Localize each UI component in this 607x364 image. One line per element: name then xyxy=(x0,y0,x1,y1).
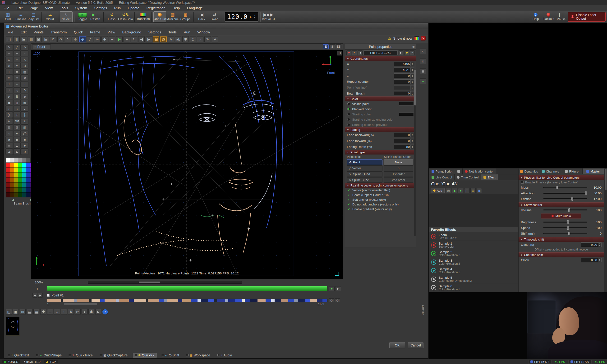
palette-color[interactable] xyxy=(22,187,26,193)
spinner-arrows[interactable]: ▲▼ xyxy=(410,86,414,90)
palette-color[interactable] xyxy=(6,172,10,178)
undo-tool[interactable]: ↺ xyxy=(21,149,28,155)
palette-color[interactable] xyxy=(22,182,26,187)
bpm-spinner[interactable]: ▲▼ xyxy=(254,15,256,19)
beam-repeat-count-10-checkbox[interactable]: ✔Beam (Repeat Count * 10) xyxy=(345,193,416,197)
virtual-lj-button[interactable]: ▶▶▶Virtual LJ xyxy=(262,11,275,22)
palette-color[interactable] xyxy=(18,193,22,197)
palette-color[interactable] xyxy=(6,157,10,163)
starting-color-option[interactable]: Starting color xyxy=(345,112,416,117)
timeline-button[interactable]: ≡Timeline xyxy=(14,11,27,22)
groups-button[interactable]: ▣Groups xyxy=(179,11,192,22)
spinner-arrows[interactable]: ▲▼ xyxy=(410,68,414,72)
big-circle-tool[interactable]: ◯ xyxy=(21,130,28,136)
cross2-tool[interactable]: ╳ xyxy=(5,112,13,118)
lock-icon[interactable]: ✱ xyxy=(88,309,94,315)
order-1st-order[interactable]: 1st order xyxy=(384,171,413,177)
palette-color[interactable] xyxy=(22,168,26,172)
down-icon[interactable]: ▼ xyxy=(458,188,463,193)
slider-thumb[interactable] xyxy=(568,232,570,235)
point-color-strip[interactable] xyxy=(47,299,328,302)
slider-thumb[interactable] xyxy=(567,226,569,230)
playlist-button[interactable]: ▤Play List xyxy=(27,11,40,22)
afe-menu-points[interactable]: Points xyxy=(30,29,47,35)
disable-laser-output-button[interactable]: ✱ Disable Laser Output xyxy=(568,12,606,22)
cue-time-shift-section-header[interactable]: ▼Cue time shift xyxy=(519,252,604,257)
master-panel-scrollbar[interactable] xyxy=(604,168,607,292)
palette-color[interactable] xyxy=(22,163,26,168)
open-icon[interactable]: ◫ xyxy=(13,36,20,42)
speed-slider[interactable] xyxy=(543,227,587,228)
palette-color[interactable] xyxy=(6,168,10,172)
palette-color[interactable] xyxy=(18,187,22,193)
tab-quickcapture[interactable]: ▣QuickCapture xyxy=(98,353,130,358)
fill-tool[interactable]: ▤ xyxy=(21,69,28,75)
insert-point-icon[interactable]: ✚ xyxy=(404,51,409,55)
palette-color[interactable] xyxy=(6,178,10,182)
arrow-se-tool[interactable]: ↘ xyxy=(13,88,21,93)
palette-color[interactable] xyxy=(14,168,18,172)
vector-vector-oriented-flag-checkbox[interactable]: ✔Vector (vector oriented flag) xyxy=(345,188,416,193)
tab-quicktext[interactable]: TQuickText xyxy=(6,353,31,358)
palette-color[interactable] xyxy=(10,163,14,168)
x-field[interactable]: 5195▲▼ xyxy=(394,62,414,66)
drawing-area[interactable]: D xyxy=(31,50,343,279)
fading-depth-field[interactable]: 80▲▼ xyxy=(394,144,414,149)
star-tool[interactable]: ✶ xyxy=(13,63,21,68)
tab-master[interactable]: Master xyxy=(582,169,604,174)
z-field[interactable]: 0▲▼ xyxy=(394,74,414,78)
ellipse-tool[interactable]: ○ xyxy=(13,57,21,62)
menu-settings[interactable]: Settings xyxy=(91,5,110,11)
point-mode-icon[interactable]: ⊙ xyxy=(79,36,86,42)
menu-file[interactable]: File xyxy=(0,5,13,11)
palette-color[interactable] xyxy=(26,163,30,168)
menu-help[interactable]: Help xyxy=(169,5,184,11)
tab-checkbox[interactable] xyxy=(69,354,71,356)
add-icon[interactable]: ✚ xyxy=(40,309,46,315)
grid-minus-tool[interactable]: ⊟ xyxy=(13,75,21,81)
move-h-tool[interactable]: ↔ xyxy=(13,81,21,87)
vlines-tool[interactable]: ▥ xyxy=(21,124,28,130)
diag1-tool[interactable]: ▧ xyxy=(5,124,13,130)
swap-button[interactable]: ⇄Swap xyxy=(208,11,221,22)
palette-color[interactable] xyxy=(10,193,14,197)
tcp-indicator[interactable]: TCP xyxy=(44,360,58,364)
swap-h-tool[interactable]: ⇄ xyxy=(5,94,13,99)
beam-brush-field[interactable]: 0▲▼ xyxy=(394,91,414,96)
cue-effects-list[interactable] xyxy=(429,194,518,227)
diamond-tool[interactable]: ◇ xyxy=(5,63,13,68)
multi-cue-button[interactable]: ▦Multi cue xyxy=(166,11,179,22)
save-as-icon[interactable]: ▥ xyxy=(28,36,34,42)
palette-color[interactable] xyxy=(6,182,10,187)
palette-color[interactable] xyxy=(26,178,30,182)
afe-menu-quick[interactable]: Quick xyxy=(70,29,87,35)
line-mode-icon[interactable]: ╱ xyxy=(87,36,93,42)
view-selector[interactable]: ≡ Front ⌄ xyxy=(32,44,51,49)
coordinates-section-header[interactable]: ▼Coordinates xyxy=(345,56,416,61)
move-h-icon[interactable]: ↔ xyxy=(54,309,60,315)
tab-notification-center[interactable]: Notification center xyxy=(462,169,496,174)
plus-tool[interactable]: ✚ xyxy=(13,112,21,118)
point-properties-scrollbar[interactable] xyxy=(414,70,416,236)
attraction-slider[interactable] xyxy=(543,193,587,194)
repeat-counter-field[interactable]: 0▲▼ xyxy=(394,79,414,84)
move-v-icon[interactable]: ↕ xyxy=(61,309,67,315)
menu-page[interactable]: Page xyxy=(26,5,41,11)
tab-quicktrace[interactable]: ✎QuickTrace xyxy=(67,353,95,358)
do-not-add-anchors-vectors-only-checkbox[interactable]: ✔Do not add anchors (vectors only) xyxy=(345,202,416,207)
doc-icon[interactable]: ▢ xyxy=(464,188,469,193)
palette-color[interactable] xyxy=(22,172,26,178)
palette-color[interactable] xyxy=(14,178,18,182)
effect-item-zoom[interactable]: ZoomSize X+Size Y xyxy=(429,232,518,241)
tab-checkbox[interactable] xyxy=(186,354,188,356)
text-ab-icon[interactable]: ab xyxy=(175,36,181,42)
timeline-loop-button[interactable]: ■ xyxy=(329,286,335,291)
brightness-slider[interactable] xyxy=(543,221,587,222)
palette-color[interactable] xyxy=(14,187,18,193)
timecode-section-header[interactable]: ▼Timecode shift xyxy=(519,237,604,242)
move-tool[interactable]: ✛ xyxy=(5,81,13,87)
up-tool[interactable]: ▲ xyxy=(13,143,21,149)
canvas-hscroll-thumb[interactable] xyxy=(139,282,160,283)
afe-menu-background[interactable]: Background xyxy=(119,29,145,35)
remove-icon[interactable]: ─ xyxy=(109,36,115,42)
